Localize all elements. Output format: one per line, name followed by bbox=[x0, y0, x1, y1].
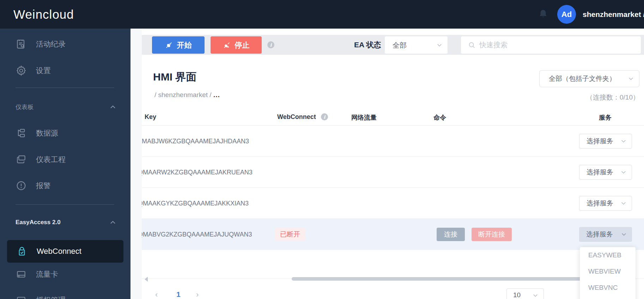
datasource-icon bbox=[16, 127, 27, 139]
ea-status-label: EA 状态 bbox=[354, 40, 381, 50]
app-root: Weincloud Ad shenzhenmarket / a 活动纪录 设置 bbox=[0, 0, 644, 299]
hmi-key: QMABVG2KZGBQAAAMEJAJUQWAN3 bbox=[142, 231, 252, 238]
pagination-prev[interactable]: ‹ bbox=[155, 290, 158, 299]
service-menu-item-easyweb[interactable]: EASYWEB bbox=[580, 247, 636, 263]
weincloud-logo: Weincloud bbox=[13, 7, 74, 22]
sidebar-item-label: 流量卡 bbox=[36, 269, 58, 279]
ea-status-value: 全部 bbox=[393, 40, 407, 50]
chevron-down-icon bbox=[621, 171, 626, 174]
select-service-dropdown[interactable]: 选择服务 bbox=[579, 196, 632, 211]
sidebar-item-label: 设置 bbox=[36, 66, 51, 76]
page-size-select[interactable]: 10 bbox=[506, 288, 544, 299]
column-service: 服务 bbox=[599, 113, 612, 122]
content-gutter bbox=[130, 29, 142, 299]
toolbar-info-icon[interactable]: i bbox=[267, 41, 274, 48]
column-network-traffic: 网络流量 bbox=[351, 113, 377, 122]
page-size-value: 10 bbox=[513, 291, 521, 299]
scroll-left-arrow-icon[interactable] bbox=[145, 277, 148, 282]
dashboard-project-icon bbox=[16, 154, 27, 165]
hmi-key: MABJW6KZGBQAAAMEJAJHDAAN3 bbox=[142, 138, 249, 145]
select-service-label: 选择服务 bbox=[587, 137, 613, 146]
service-menu-item-webvnc[interactable]: WEBVNC bbox=[580, 280, 636, 296]
start-button[interactable]: 开始 bbox=[152, 36, 205, 54]
sidebar-item-label: WebConnect bbox=[37, 247, 81, 256]
sidebar-item-label: 仪表工程 bbox=[36, 155, 66, 165]
sidebar-divider bbox=[16, 88, 114, 88]
sidebar-item-alarm[interactable]: 报警 bbox=[0, 175, 130, 196]
select-service-label: 选择服务 bbox=[587, 168, 613, 177]
folder-filter-select[interactable]: 全部（包括子文件夹） bbox=[539, 70, 639, 87]
select-service-label: 选择服务 bbox=[587, 199, 613, 208]
toolbar: 开始 停止 i EA 状态 全部 bbox=[142, 35, 644, 55]
sidebar-item-webconnect[interactable]: WebConnect bbox=[7, 240, 123, 263]
horizontal-scrollbar-thumb[interactable] bbox=[292, 277, 612, 281]
notifications-bell-icon[interactable] bbox=[537, 8, 549, 20]
stop-button[interactable]: 停止 bbox=[211, 36, 262, 54]
table-row: MABJW6KZGBQAAAMEJAJHDAAN3 选择服务 bbox=[142, 126, 644, 157]
plug-disconnect-icon bbox=[223, 41, 231, 49]
chevron-down-icon bbox=[533, 294, 538, 297]
connection-count: （连接数：0/10） bbox=[498, 93, 639, 102]
table-row: QMABVG2KZGBQAAAMEJAJUQWAN3 已断开 连接 断开连接 选… bbox=[142, 219, 644, 250]
column-key: Key bbox=[145, 113, 156, 121]
page-title: HMI 界面 bbox=[153, 70, 196, 84]
breadcrumb-path: / shenzhenmarket / bbox=[154, 91, 213, 98]
sidebar-item-data-card[interactable]: 流量卡 bbox=[0, 264, 130, 285]
select-service-dropdown[interactable]: 选择服务 bbox=[579, 134, 632, 149]
license-icon bbox=[16, 294, 27, 299]
chevron-up-icon bbox=[110, 105, 116, 109]
sidebar-item-dashboard-project[interactable]: 仪表工程 bbox=[0, 149, 130, 170]
data-card-icon bbox=[16, 269, 27, 280]
column-command: 命令 bbox=[433, 113, 446, 122]
hmi-key-cell: QMABVG2KZGBQAAAMEJAJUQWAN3 bbox=[142, 219, 262, 250]
section-label: EasyAccess 2.0 bbox=[16, 219, 61, 226]
connect-button[interactable]: 连接 bbox=[437, 228, 465, 241]
sidebar-item-label: 授权管理 bbox=[36, 295, 66, 299]
sidebar-item-settings[interactable]: 设置 bbox=[0, 60, 130, 81]
pagination-page-1[interactable]: 1 bbox=[176, 290, 181, 299]
breadcrumb[interactable]: / shenzhenmarket / ... bbox=[154, 91, 220, 99]
account-name[interactable]: shenzhenmarket / a bbox=[583, 10, 644, 19]
disconnect-button[interactable]: 断开连接 bbox=[472, 228, 512, 241]
service-menu-item-webview[interactable]: WEBVIEW bbox=[580, 263, 636, 280]
activity-log-icon bbox=[16, 38, 27, 50]
ea-status-select[interactable]: 全部 bbox=[385, 36, 448, 54]
chevron-down-icon bbox=[621, 140, 626, 143]
chevron-up-icon bbox=[110, 221, 116, 224]
service-menu: EASYWEB WEBVIEW WEBVNC bbox=[580, 247, 636, 299]
table-row: QMAARW2KZGBQAAAMEJAKRUEAN3 选择服务 bbox=[142, 157, 644, 188]
chevron-down-icon bbox=[621, 202, 626, 205]
chevron-down-icon bbox=[621, 233, 626, 236]
chevron-down-icon bbox=[437, 43, 442, 47]
top-navbar: Weincloud Ad shenzhenmarket / a bbox=[0, 0, 644, 29]
user-avatar[interactable]: Ad bbox=[557, 5, 576, 24]
sidebar-item-datasource[interactable]: 数据源 bbox=[0, 122, 130, 144]
folder-filter-value: 全部（包括子文件夹） bbox=[549, 74, 616, 83]
table-row: QMAAKGYKZGBQAAAMEJAKKXIAN3 选择服务 bbox=[142, 188, 644, 219]
select-service-label: 选择服务 bbox=[586, 230, 613, 239]
settings-icon bbox=[16, 65, 27, 76]
select-service-dropdown-open[interactable]: 选择服务 bbox=[579, 227, 632, 242]
search-icon bbox=[468, 41, 476, 49]
sidebar-item-label: 报警 bbox=[36, 181, 51, 191]
alarm-icon bbox=[16, 180, 27, 191]
webconnect-icon bbox=[16, 246, 28, 257]
hmi-key: QMAARW2KZGBQAAAMEJAKRUEAN3 bbox=[142, 169, 253, 176]
select-service-dropdown[interactable]: 选择服务 bbox=[579, 165, 632, 180]
table-header: Key WebConnect i 网络流量 命令 服务 bbox=[142, 110, 644, 126]
webconnect-info-icon[interactable]: i bbox=[321, 113, 328, 120]
breadcrumb-ellipsis[interactable]: ... bbox=[213, 91, 220, 98]
plug-connect-icon bbox=[165, 41, 173, 49]
sidebar: 活动纪录 设置 仪表板 数据源 bbox=[0, 29, 130, 299]
quick-search-input[interactable] bbox=[479, 36, 634, 54]
pagination-next[interactable]: › bbox=[196, 290, 199, 299]
sidebar-item-license[interactable]: 授权管理 bbox=[0, 289, 130, 299]
sidebar-section-easyaccess[interactable]: EasyAccess 2.0 bbox=[0, 212, 130, 233]
sidebar-section-dashboard[interactable]: 仪表板 bbox=[0, 96, 130, 118]
stop-button-label: 停止 bbox=[235, 40, 250, 50]
status-badge-disconnected: 已断开 bbox=[275, 228, 305, 241]
hmi-key-cell: QMAAKGYKZGBQAAAMEJAKKXIAN3 bbox=[142, 188, 262, 219]
column-webconnect: WebConnect bbox=[277, 113, 316, 121]
hmi-key-cell: MABJW6KZGBQAAAMEJAJHDAAN3 bbox=[142, 126, 262, 157]
sidebar-item-activity-log[interactable]: 活动纪录 bbox=[0, 34, 130, 55]
